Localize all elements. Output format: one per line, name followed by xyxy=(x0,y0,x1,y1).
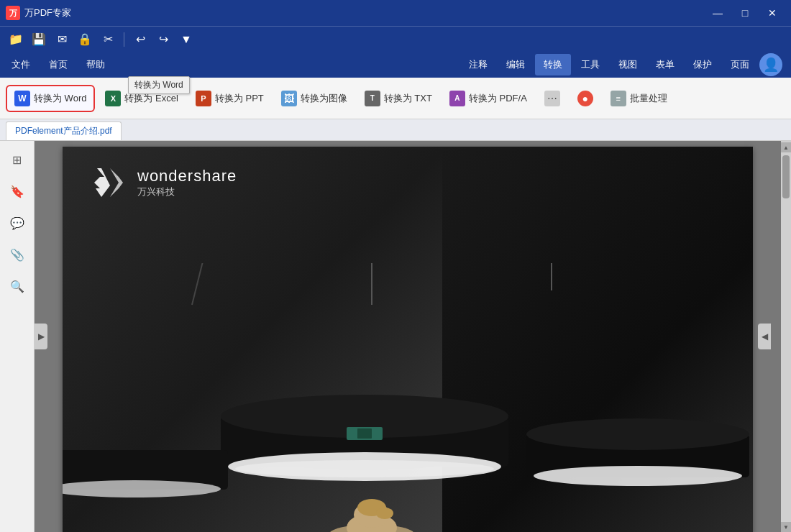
txt-icon: T xyxy=(365,91,380,106)
pdf-viewer: ▶ wondershare 万兴科技 xyxy=(35,141,781,532)
convert-ppt-button[interactable]: P 转换为 PPT xyxy=(188,86,271,111)
convert-word-label: 转换为 Word xyxy=(34,92,86,105)
scroll-down-button[interactable]: ▼ xyxy=(781,522,791,532)
menu-form[interactable]: 表单 xyxy=(647,54,683,75)
svg-rect-18 xyxy=(357,428,372,439)
open-file-icon[interactable]: 📁 xyxy=(6,29,26,50)
svg-point-9 xyxy=(235,460,494,477)
scroll-thumb[interactable] xyxy=(782,155,790,198)
convert-ppt-label: 转换为 PPT xyxy=(215,92,264,105)
minimize-button[interactable]: — xyxy=(705,0,731,26)
menu-help[interactable]: 帮助 xyxy=(78,54,114,75)
separator xyxy=(124,32,124,47)
svg-point-13 xyxy=(534,466,742,486)
menu-annotate[interactable]: 注释 xyxy=(460,54,496,75)
scroll-up-button[interactable]: ▲ xyxy=(781,142,791,152)
svg-point-23 xyxy=(376,508,393,519)
redo-icon[interactable]: ↪ xyxy=(153,29,173,50)
menu-protect[interactable]: 保护 xyxy=(685,54,721,75)
convert-txt-label: 转换为 TXT xyxy=(384,92,432,105)
convert-pdfa-label: 转换为 PDF/A xyxy=(469,92,527,105)
svg-line-4 xyxy=(192,263,206,305)
convert-txt-button[interactable]: T 转换为 TXT xyxy=(357,86,439,111)
save-icon[interactable]: 💾 xyxy=(29,29,49,50)
quick-toolbar: 📁 💾 ✉ 🔒 ✂ ↩ ↪ ▼ xyxy=(0,26,791,52)
sidebar-attach-icon[interactable]: 📎 xyxy=(7,244,27,265)
logo-subtitle: 万兴科技 xyxy=(137,185,237,198)
dropdown-icon[interactable]: ▼ xyxy=(176,29,196,50)
lamp-illustration xyxy=(63,263,753,532)
menu-edit[interactable]: 编辑 xyxy=(498,54,534,75)
sidebar-comment-icon[interactable]: 💬 xyxy=(7,213,27,233)
page-prev-arrow[interactable]: ▶ xyxy=(35,324,47,349)
circle-icon: ● xyxy=(577,91,593,106)
email-icon[interactable]: ✉ xyxy=(52,29,72,50)
left-sidebar: ⊞ 🔖 💬 📎 🔍 xyxy=(0,141,35,532)
convert-image-button[interactable]: 🖼 转换为图像 xyxy=(274,86,355,111)
svg-marker-0 xyxy=(94,168,110,197)
tab-pdf[interactable]: PDFelement产品介绍.pdf xyxy=(6,121,122,140)
user-avatar[interactable]: 👤 xyxy=(759,53,782,76)
batch-process-label: 批量处理 xyxy=(630,92,667,105)
convert-image-label: 转换为图像 xyxy=(301,92,347,105)
convert-pdfa-button[interactable]: A 转换为 PDF/A xyxy=(442,86,534,111)
convert-word-button[interactable]: W 转换为 Word xyxy=(6,85,95,112)
menu-view[interactable]: 视图 xyxy=(610,54,646,75)
title-bar: 万 万PDF专家 — □ ✕ xyxy=(0,0,791,26)
scissors-icon[interactable]: ✂ xyxy=(98,29,118,50)
sidebar-thumbnail-icon[interactable]: ⊞ xyxy=(7,150,27,170)
menu-home[interactable]: 首页 xyxy=(40,54,76,75)
more-button[interactable]: ⋯ xyxy=(537,86,567,111)
circle-button[interactable]: ● xyxy=(570,86,600,111)
word-icon: W xyxy=(14,91,30,106)
menu-page[interactable]: 页面 xyxy=(722,54,758,75)
ws-logo-icon xyxy=(91,167,129,198)
sidebar-search-icon[interactable]: 🔍 xyxy=(7,276,27,296)
pdf-page: wondershare 万兴科技 xyxy=(63,147,753,532)
maximize-button[interactable]: □ xyxy=(732,0,758,26)
image-icon: 🖼 xyxy=(281,91,297,106)
logo-text: wondershare 万兴科技 xyxy=(137,167,237,198)
menu-convert[interactable]: 转换 xyxy=(535,54,571,75)
scrollbar[interactable]: ▲ ▼ xyxy=(781,141,791,532)
ppt-icon: P xyxy=(196,91,211,106)
excel-icon: X xyxy=(105,91,121,106)
menu-bar: 文件 首页 帮助 注释 编辑 转换 工具 视图 表单 保护 页面 👤 xyxy=(0,52,791,78)
menu-tools[interactable]: 工具 xyxy=(572,54,608,75)
menu-file[interactable]: 文件 xyxy=(3,54,39,75)
page-next-arrow[interactable]: ◀ xyxy=(758,324,771,349)
app-title: 万PDF专家 xyxy=(24,6,705,19)
wondershare-logo: wondershare 万兴科技 xyxy=(91,167,237,198)
close-button[interactable]: ✕ xyxy=(759,0,785,26)
svg-point-12 xyxy=(526,418,749,450)
ribbon: W 转换为 Word X 转换为 Excel P 转换为 PPT 🖼 转换为图像… xyxy=(0,78,791,119)
undo-icon[interactable]: ↩ xyxy=(130,29,150,50)
sidebar-bookmark-icon[interactable]: 🔖 xyxy=(7,181,27,201)
tab-bar: PDFelement产品介绍.pdf xyxy=(0,119,791,141)
lock-icon[interactable]: 🔒 xyxy=(75,29,95,50)
more-icon: ⋯ xyxy=(544,91,560,106)
app-icon: 万 xyxy=(6,6,20,20)
logo-brand: wondershare xyxy=(137,167,237,185)
batch-process-button[interactable]: ≡ 批量处理 xyxy=(603,86,675,111)
main-area: ⊞ 🔖 💬 📎 🔍 ▶ won xyxy=(0,141,791,532)
pdfa-icon: A xyxy=(449,91,465,106)
batch-icon: ≡ xyxy=(611,91,626,106)
svg-marker-1 xyxy=(110,168,123,197)
convert-word-tooltip: 转换为 Word xyxy=(128,76,190,94)
window-controls: — □ ✕ xyxy=(705,0,785,26)
